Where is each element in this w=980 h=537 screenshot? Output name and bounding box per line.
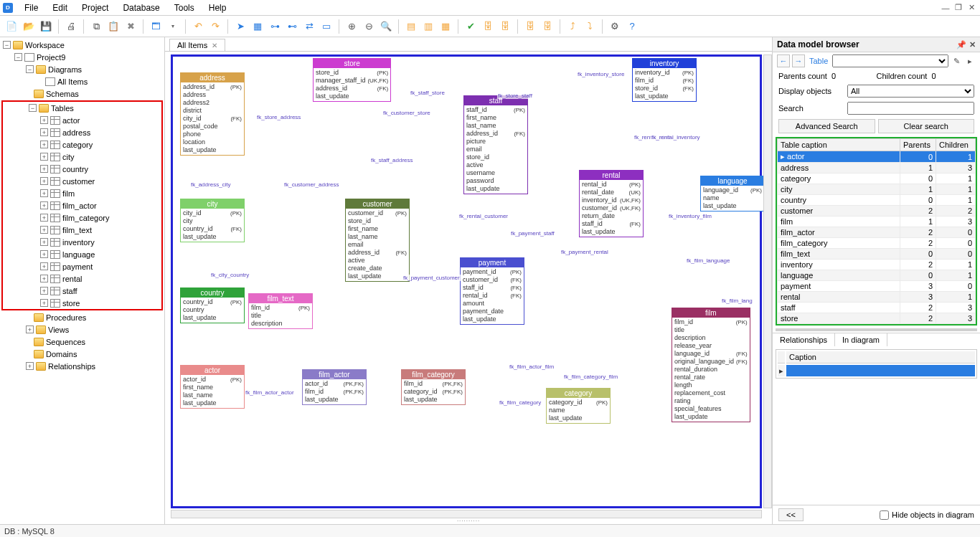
expand-icon[interactable]: + (40, 287, 48, 295)
help-icon[interactable]: ? (625, 19, 639, 34)
layout1-icon[interactable]: ▤ (404, 19, 418, 34)
expand-icon[interactable]: + (40, 250, 48, 258)
tree-views[interactable]: Views (48, 325, 69, 334)
tree-table-customer[interactable]: +customer (3, 175, 161, 187)
entity-customer[interactable]: customercustomer_id(PK)store_idfirst_nam… (345, 199, 410, 282)
export2-icon[interactable]: ⤵ (583, 19, 597, 34)
grid-row[interactable]: country01 (778, 195, 976, 206)
expand-icon[interactable]: + (40, 177, 48, 185)
entity-actor[interactable]: actoractor_id(PK)first_namelast_namelast… (180, 365, 245, 409)
expand-icon[interactable]: + (40, 141, 48, 148)
tab-in-diagram[interactable]: In diagram (835, 333, 887, 346)
db1-icon[interactable]: 🗄 (481, 19, 495, 34)
expand-icon[interactable]: + (40, 238, 48, 246)
db3-icon[interactable]: 🗄 (523, 19, 537, 34)
tree-table-city[interactable]: +city (3, 151, 161, 163)
entity-inventory[interactable]: inventoryinventory_id(PK)film_id(FK)stor… (632, 58, 697, 102)
expand-icon[interactable]: − (26, 65, 34, 73)
entity-address[interactable]: addressaddress_id(PK)addressaddress2dist… (180, 72, 245, 156)
entity-language[interactable]: languagelanguage_id(PK)namelast_update (700, 176, 765, 212)
restore-button[interactable]: ❐ (953, 3, 964, 12)
zoom-fit-icon[interactable]: 🔍 (379, 19, 393, 34)
entity-film_category[interactable]: film_categoryfilm_id(PK,FK)category_id(P… (401, 369, 466, 405)
tree-tables[interactable]: Tables (51, 104, 74, 113)
tree-workspace[interactable]: Workspace (25, 41, 65, 49)
entity-country[interactable]: countrycountry_id(PK)countrylast_update (180, 287, 245, 323)
grid-row[interactable]: language01 (778, 270, 976, 281)
layout3-icon[interactable]: ▦ (438, 19, 453, 34)
results-grid[interactable]: Table caption Parents Children ▸ actor01… (777, 138, 976, 324)
object-select[interactable] (832, 54, 948, 67)
tree-table-film_actor[interactable]: +film_actor (3, 199, 161, 212)
refresh-icon[interactable]: 🗔 (149, 19, 163, 34)
minimize-button[interactable]: — (940, 4, 951, 12)
db2-icon[interactable]: 🗄 (498, 19, 512, 34)
menu-file[interactable]: File (17, 1, 45, 14)
grid-row[interactable]: store23 (778, 313, 976, 324)
grid-row[interactable]: city11 (778, 184, 976, 195)
diagram-canvas[interactable]: addressaddress_id(PK)addressaddress2dist… (171, 54, 762, 508)
grid-row[interactable]: inventory21 (778, 260, 976, 270)
tab-relationships[interactable]: Relationships (773, 333, 835, 346)
grid-row[interactable]: rental31 (778, 292, 976, 303)
close-tab-icon[interactable]: ✕ (212, 42, 217, 49)
expand-icon[interactable]: + (40, 153, 48, 161)
layout2-icon[interactable]: ▥ (421, 19, 435, 34)
tree-table-category[interactable]: +category (3, 138, 161, 151)
entity-film_text[interactable]: film_textfilm_id(PK)titledescription (248, 293, 313, 329)
splitter-handle[interactable]: ∙∙∙∙∙∙∙∙∙∙ (457, 518, 480, 524)
clear-search-button[interactable]: Clear search (878, 119, 975, 133)
scrollbar-vertical[interactable] (763, 54, 772, 508)
expand-icon[interactable]: − (29, 104, 37, 112)
relation3-icon[interactable]: ⇄ (302, 19, 316, 34)
tree-table-film_category[interactable]: +film_category (3, 212, 161, 224)
expand-icon[interactable]: + (40, 299, 48, 307)
entity-store[interactable]: storestore_id(PK)manager_staff_id(UK,FK)… (313, 58, 391, 102)
entity-payment[interactable]: paymentpayment_id(PK)customer_id(FK)staf… (460, 257, 524, 325)
expand-icon[interactable]: + (40, 128, 48, 136)
tree-table-store[interactable]: +store (3, 297, 161, 309)
export1-icon[interactable]: ⤴ (565, 19, 580, 34)
close-panel-icon[interactable]: ✕ (969, 40, 976, 49)
tree-all-items[interactable]: All Items (57, 77, 88, 86)
close-button[interactable]: ✕ (966, 3, 977, 12)
expand-icon[interactable]: + (40, 262, 48, 270)
expand-icon[interactable]: + (26, 325, 34, 333)
tree-project[interactable]: Project9 (37, 53, 65, 62)
tree-table-language[interactable]: +language (3, 248, 161, 260)
region-icon[interactable]: ▭ (319, 19, 334, 34)
menu-edit[interactable]: Edit (45, 1, 75, 14)
expand-icon[interactable]: + (26, 362, 34, 370)
expand-icon[interactable]: + (40, 189, 48, 197)
project-tree[interactable]: − Workspace − Project9 − Diagrams All It… (0, 37, 165, 524)
menu-tools[interactable]: Tools (167, 1, 202, 14)
zoom-in-icon[interactable]: ⊕ (344, 19, 359, 34)
grid-row[interactable]: staff23 (778, 303, 976, 313)
tree-schemas[interactable]: Schemas (46, 90, 79, 98)
tree-table-address[interactable]: +address (3, 126, 161, 138)
tree-procedures[interactable]: Procedures (46, 313, 86, 322)
goto-icon[interactable]: ▸ (964, 54, 976, 67)
grid-row[interactable]: film_category20 (778, 238, 976, 249)
tree-table-rental[interactable]: +rental (3, 272, 161, 285)
tree-table-country[interactable]: +country (3, 163, 161, 175)
check-icon[interactable]: ✔ (463, 19, 478, 34)
grid-row[interactable]: category01 (778, 174, 976, 184)
tree-table-film_text[interactable]: +film_text (3, 224, 161, 236)
col-children[interactable]: Children (936, 139, 976, 151)
menu-database[interactable]: Database (116, 1, 166, 14)
tree-domains[interactable]: Domains (46, 350, 77, 358)
grid-row[interactable]: payment30 (778, 281, 976, 292)
tree-table-film[interactable]: +film (3, 187, 161, 199)
expand-icon[interactable]: + (40, 214, 48, 222)
settings-icon[interactable]: ⚙ (608, 19, 622, 34)
grid-row[interactable]: film_actor20 (778, 227, 976, 238)
grid-row[interactable]: ▸ actor01 (778, 151, 976, 163)
grid-row[interactable]: customer22 (778, 206, 976, 217)
expand-icon[interactable]: + (40, 275, 48, 282)
tree-diagrams[interactable]: Diagrams (48, 65, 82, 74)
col-parents[interactable]: Parents (900, 139, 936, 151)
tree-relationships[interactable]: Relationships (48, 362, 95, 371)
entity-rental[interactable]: rentalrental_id(PK)rental_date(UK)invent… (579, 170, 644, 237)
entity-film_actor[interactable]: film_actoractor_id(PK,FK)film_id(PK,FK)l… (302, 369, 367, 405)
